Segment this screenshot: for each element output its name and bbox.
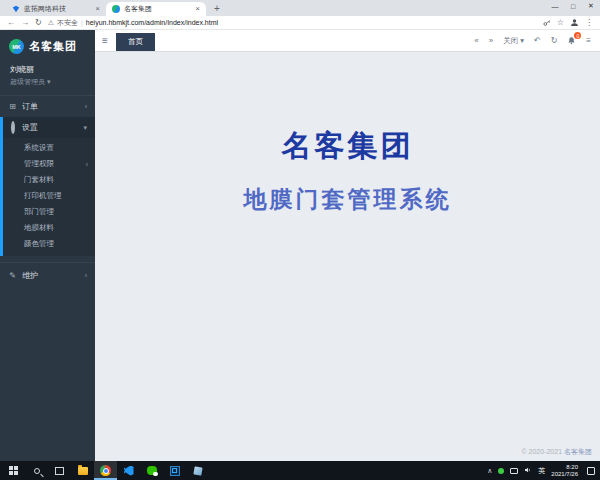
wechat-taskbar-button[interactable] (140, 461, 163, 480)
sidebar-section-maintain: ✎ 维护 ‹ (0, 262, 95, 286)
admin-header: ≡ 首页 « » 关闭 ▾ ↶ ↻ 0 ≡ (95, 30, 600, 52)
sidebar-item-door-materials[interactable]: 门套材料 (3, 172, 95, 188)
ime-indicator[interactable]: 英 (538, 466, 545, 476)
tab-close-icon[interactable]: × (95, 5, 100, 13)
sidebar-item-system-settings[interactable]: 系统设置 (3, 140, 95, 156)
tab-home[interactable]: 首页 (116, 33, 155, 51)
sidebar-item-label: 订单 (22, 101, 38, 112)
address-bar[interactable]: ⚠ 不安全 | heiyun.hbmkjt.com/admin/Index/in… (48, 18, 537, 28)
tab-title: 名客集团 (124, 4, 191, 14)
logo-mk-icon: MK (9, 39, 24, 54)
back-icon[interactable]: ← (7, 18, 15, 27)
submenu-label: 门套材料 (24, 175, 54, 185)
url-text[interactable]: heiyun.hbmkjt.com/admin/Index/index.html (86, 19, 218, 26)
reload-icon[interactable]: ↻ (35, 18, 42, 27)
gear-icon (8, 123, 17, 132)
page-title: 名客集团 (95, 126, 600, 167)
window-controls: — □ ✕ (546, 0, 600, 12)
orders-grid-icon: ⊞ (8, 102, 17, 111)
close-tabs-dropdown[interactable]: 关闭 ▾ (503, 36, 524, 46)
clock-date: 2021/7/26 (551, 471, 578, 478)
box-app-icon (193, 466, 202, 475)
new-tab-button[interactable]: + (214, 3, 220, 14)
password-key-icon[interactable] (543, 19, 551, 27)
chevron-left-icon: ‹ (85, 103, 87, 110)
start-button[interactable] (2, 461, 25, 480)
close-button[interactable]: ✕ (582, 0, 600, 12)
scroll-tabs-left-icon[interactable]: « (474, 36, 478, 45)
sidebar-item-label: 维护 (22, 270, 38, 281)
submenu-label: 系统设置 (24, 143, 54, 153)
mingke-favicon-icon (112, 5, 120, 13)
sidebar-item-maintain[interactable]: ✎ 维护 ‹ (0, 265, 95, 286)
submenu-label: 颜色管理 (24, 239, 54, 249)
taskbar-search-button[interactable] (25, 461, 48, 480)
forward-icon[interactable]: → (21, 18, 29, 27)
sidebar-item-department-management[interactable]: 部门管理 (3, 204, 95, 220)
bookmark-star-icon[interactable]: ☆ (557, 18, 564, 27)
blue-app-icon (170, 466, 180, 476)
sidebar-item-settings[interactable]: 设置 ▾ (3, 117, 95, 138)
notification-bell-icon[interactable]: 0 (567, 36, 576, 45)
tray-expand-icon[interactable]: ∧ (487, 467, 492, 475)
tab-close-icon[interactable]: × (195, 5, 200, 13)
wechat-icon (147, 466, 157, 475)
pencil-icon: ✎ (8, 271, 17, 280)
sidebar-item-label: 设置 (22, 122, 38, 133)
box-app-taskbar-button[interactable] (186, 461, 209, 480)
scroll-tabs-right-icon[interactable]: » (489, 36, 493, 45)
browser-tab-lantuo[interactable]: 蓝拓网络科技 × (6, 2, 106, 16)
address-divider: | (81, 19, 83, 26)
user-name: 刘晓丽 (10, 64, 85, 75)
sidebar-item-printer-management[interactable]: 打印机管理 (3, 188, 95, 204)
logo-text: 名客集团 (29, 39, 77, 54)
hamburger-menu-icon[interactable]: ≡ (95, 30, 115, 51)
sidebar-item-admin-permissions[interactable]: 管理权限 ‹ (3, 156, 95, 172)
file-explorer-button[interactable] (71, 461, 94, 480)
sidebar-item-color-management[interactable]: 颜色管理 (3, 236, 95, 252)
vscode-taskbar-button[interactable] (117, 461, 140, 480)
submenu-label: 部门管理 (24, 207, 54, 217)
browser-tab-mingke[interactable]: 名客集团 × (106, 2, 206, 16)
vscode-icon (124, 466, 134, 476)
sidebar-section-settings: 设置 ▾ 系统设置 管理权限 ‹ 门套材料 打印机管理 (0, 117, 95, 256)
submenu-label: 地膜材料 (24, 223, 54, 233)
volume-icon[interactable] (524, 466, 532, 475)
chevron-left-icon: ‹ (85, 272, 87, 279)
main-panel: ≡ 首页 « » 关闭 ▾ ↶ ↻ 0 ≡ (95, 30, 600, 461)
sidebar-logo[interactable]: MK 名客集团 (0, 30, 95, 61)
restore-button[interactable]: □ (564, 0, 582, 12)
refresh-icon[interactable]: ↻ (551, 36, 558, 45)
submenu-label: 打印机管理 (24, 191, 62, 201)
footer-company-link[interactable]: 名客集团 (564, 448, 592, 455)
sidebar-item-film-materials[interactable]: 地膜材料 (3, 220, 95, 236)
windows-taskbar: ∧ 英 8:20 2021/7/26 (0, 461, 600, 480)
not-secure-warning-icon: ⚠ (48, 19, 54, 27)
windows-logo-icon (9, 466, 18, 475)
undo-icon[interactable]: ↶ (534, 36, 541, 45)
layout-list-icon[interactable]: ≡ (586, 36, 591, 45)
not-secure-label[interactable]: 不安全 (57, 18, 78, 28)
caret-down-icon: ▾ (520, 36, 524, 45)
user-panel: 刘晓丽 超级管理员 ▾ (0, 61, 95, 96)
page-subtitle: 地膜门套管理系统 (95, 184, 600, 215)
user-role-dropdown[interactable]: 超级管理员 ▾ (10, 77, 85, 87)
browser-tab-strip: 蓝拓网络科技 × 名客集团 × + — □ ✕ (0, 0, 600, 16)
sidebar-item-orders[interactable]: ⊞ 订单 ‹ (0, 96, 95, 117)
tray-wechat-icon[interactable] (498, 468, 504, 474)
network-monitor-icon[interactable] (510, 468, 518, 474)
profile-avatar[interactable] (570, 18, 579, 27)
content-area: 名客集团 地膜门套管理系统 © 2020-2021 名客集团 (95, 52, 600, 461)
task-view-button[interactable] (48, 461, 71, 480)
chrome-taskbar-button[interactable] (94, 461, 117, 480)
footer-copyright: © 2020-2021 名客集团 (521, 447, 592, 457)
task-view-icon (55, 467, 64, 475)
chrome-icon (100, 465, 111, 476)
chevron-down-icon: ▾ (83, 124, 87, 132)
blue-app-taskbar-button[interactable] (163, 461, 186, 480)
search-icon (34, 468, 40, 474)
taskbar-clock[interactable]: 8:20 2021/7/26 (551, 464, 578, 478)
browser-menu-icon[interactable]: ⋮ (585, 18, 593, 27)
minimize-button[interactable]: — (546, 0, 564, 12)
action-center-icon[interactable] (587, 467, 595, 475)
